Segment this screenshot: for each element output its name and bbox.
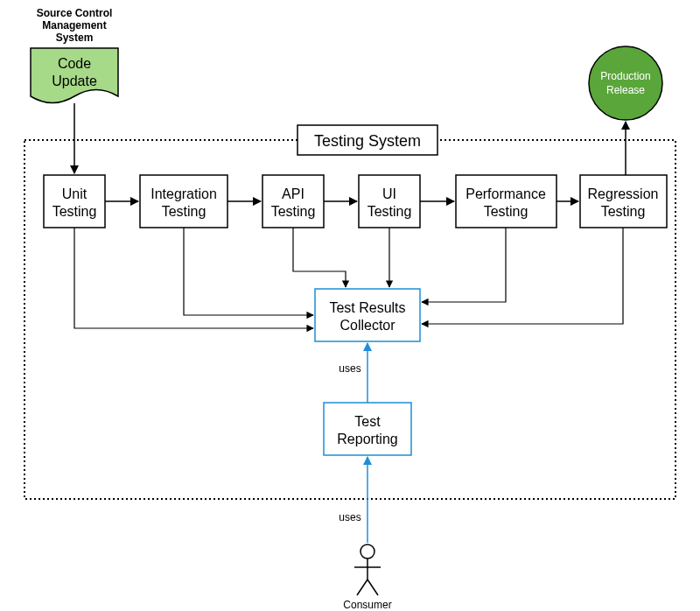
svg-text:Collector: Collector xyxy=(340,318,396,333)
svg-text:Performance: Performance xyxy=(466,186,546,201)
title-text: Testing System xyxy=(314,132,421,150)
scm-l1: Source Control xyxy=(37,7,113,19)
svg-text:API: API xyxy=(282,186,304,201)
svg-line-31 xyxy=(357,579,368,595)
test-reporting-node: Test Reporting xyxy=(324,403,411,455)
svg-text:Testing: Testing xyxy=(601,204,646,219)
testing-system-title: Testing System xyxy=(298,125,438,155)
svg-line-32 xyxy=(368,579,378,595)
uses-label-1: uses xyxy=(339,362,360,375)
svg-text:Testing: Testing xyxy=(368,204,412,219)
arrow-unit-to-collector xyxy=(74,228,313,328)
code-update-node: Code Update xyxy=(31,48,118,103)
arrow-api-to-collector xyxy=(293,228,346,287)
performance-testing-node: Performance Testing xyxy=(456,175,556,228)
integration-testing-node: Integration Testing xyxy=(140,175,228,228)
svg-text:Integration: Integration xyxy=(150,186,217,201)
svg-text:Testing: Testing xyxy=(484,204,528,219)
test-results-collector-node: Test Results Collector xyxy=(315,289,420,341)
svg-text:Reporting: Reporting xyxy=(337,432,397,446)
svg-point-28 xyxy=(360,544,374,558)
unit-testing-node: Unit Testing xyxy=(44,175,105,228)
api-testing-node: API Testing xyxy=(262,175,324,228)
svg-text:Testing: Testing xyxy=(162,204,206,219)
svg-text:Testing: Testing xyxy=(52,204,97,219)
consumer-label: Consumer xyxy=(343,599,391,611)
svg-text:UI: UI xyxy=(382,186,396,201)
svg-text:Test Results: Test Results xyxy=(329,300,405,315)
arrow-perf-to-collector xyxy=(422,228,506,302)
scm-l3: System xyxy=(56,32,94,44)
svg-text:Test: Test xyxy=(354,414,381,429)
regression-testing-node: Regression Testing xyxy=(580,175,667,228)
svg-text:Unit: Unit xyxy=(62,186,88,201)
code-update-l1: Code xyxy=(58,56,91,71)
svg-text:Production: Production xyxy=(600,70,650,82)
svg-text:Release: Release xyxy=(606,84,645,96)
scm-l2: Management xyxy=(42,19,106,32)
code-update-l2: Update xyxy=(52,74,97,88)
svg-text:Regression: Regression xyxy=(588,186,659,201)
scm-heading: Source Control Management System xyxy=(37,7,113,44)
ui-testing-node: UI Testing xyxy=(359,175,420,228)
svg-text:Testing: Testing xyxy=(271,204,316,219)
arrow-regression-to-collector xyxy=(422,228,623,324)
production-release-node: Production Release xyxy=(589,46,662,120)
consumer-actor xyxy=(354,544,381,595)
svg-point-25 xyxy=(589,46,662,120)
uses-label-2: uses xyxy=(339,511,360,523)
